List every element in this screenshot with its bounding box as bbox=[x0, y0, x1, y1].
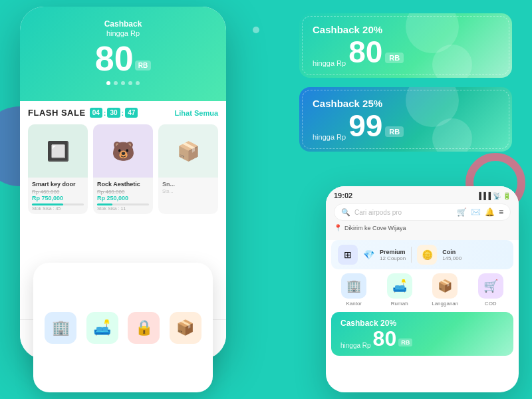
mail-icon[interactable]: ✉️ bbox=[471, 207, 481, 217]
menu-icon[interactable]: ≡ bbox=[499, 207, 503, 217]
product-name-2: Rock Aesthetic bbox=[97, 181, 149, 188]
cart-icon[interactable]: 🛒 bbox=[457, 207, 467, 217]
hingga-text: hingga Rp bbox=[31, 29, 215, 37]
product-info-2: Rock Aesthetic Rp 460.000 Rp 250,000 Sto… bbox=[93, 178, 153, 214]
product-card-1[interactable]: 🔲 Smart key door Rp 460.000 Rp 750,000 S… bbox=[28, 124, 88, 214]
grid-item-lock[interactable]: 🔒 bbox=[123, 312, 165, 344]
signal-icon: ▐▐▐ bbox=[477, 192, 491, 200]
timer-minutes: 30 bbox=[107, 108, 120, 118]
carousel-dots bbox=[31, 81, 215, 85]
search-icon: 🔍 bbox=[341, 208, 350, 217]
bg-dot-1 bbox=[253, 27, 259, 33]
cashback-card-1[interactable]: Cashback 20% hingga Rp 80 RB bbox=[299, 13, 512, 78]
dashed-border-2 bbox=[302, 90, 509, 149]
flash-sale-timer: 04 : 30 : 47 bbox=[90, 108, 138, 118]
product-orig-price-2: Rp 460.000 bbox=[97, 189, 149, 195]
product-card-3[interactable]: 📦 Sn... Sto... bbox=[158, 124, 218, 214]
phone-right: 19:02 ▐▐▐ 📡 🔋 🔍 Cari airpods pro 🛒 ✉️ 🔔 … bbox=[326, 186, 519, 392]
product-name-1: Smart key door bbox=[32, 181, 84, 188]
mini-label-kantor: Kantor bbox=[346, 301, 362, 307]
search-bar[interactable]: 🔍 Cari airpods pro 🛒 ✉️ 🔔 ≡ bbox=[334, 203, 511, 221]
grid-icon-lock: 🔒 bbox=[128, 312, 160, 344]
cashback-label: Cashback bbox=[104, 19, 142, 29]
flash-sale-label: FLASH SALE bbox=[28, 108, 86, 118]
pr-banner-rb: RB bbox=[398, 338, 412, 346]
amount-row: 80 RB bbox=[31, 41, 215, 76]
product-row: 🔲 Smart key door Rp 460.000 Rp 750,000 S… bbox=[28, 124, 218, 214]
phone-left-body: FLASH SALE 04 : 30 : 47 Lihat Semua 🔲 Sm… bbox=[20, 101, 226, 221]
cashback-card-2[interactable]: Cashback 25% hingga Rp 99 RB bbox=[299, 87, 512, 152]
stock-fill-2 bbox=[97, 203, 112, 205]
mini-icon-rumah: 🛋️ bbox=[387, 273, 412, 299]
product-img-1: 🔲 bbox=[28, 124, 88, 178]
coin-label: Coin bbox=[442, 249, 462, 255]
timer-seconds: 47 bbox=[125, 108, 138, 118]
stock-bar-2 bbox=[97, 203, 149, 205]
lihat-semua-link[interactable]: Lihat Semua bbox=[175, 109, 218, 117]
product-name-3: Sn... bbox=[162, 181, 214, 188]
dot-5 bbox=[136, 81, 140, 85]
mini-icon-langganan: 📦 bbox=[432, 273, 458, 299]
mini-icon-kantor: 🏢 bbox=[341, 273, 366, 299]
dashed-border-1 bbox=[302, 16, 509, 75]
stock-label-1: Stok Sisa : 45 bbox=[32, 206, 84, 211]
mini-item-cod[interactable]: 🛒 COD bbox=[468, 273, 514, 307]
search-placeholder: Cari airpods pro bbox=[354, 209, 453, 216]
grid-icon-sofa: 🛋️ bbox=[86, 312, 118, 344]
product-price-2: Rp 250,000 bbox=[97, 195, 149, 201]
premium-label: Premium bbox=[380, 249, 406, 255]
mini-label-rumah: Rumah bbox=[391, 301, 408, 307]
search-action-icons: 🛒 ✉️ 🔔 ≡ bbox=[457, 207, 503, 217]
flash-sale-row: FLASH SALE 04 : 30 : 47 Lihat Semua bbox=[28, 108, 218, 118]
coin-value: 145,000 bbox=[442, 255, 462, 261]
stock-label-3: Sto... bbox=[162, 189, 214, 194]
phone-right-top: 19:02 ▐▐▐ 📡 🔋 🔍 Cari airpods pro 🛒 ✉️ 🔔 … bbox=[326, 186, 519, 240]
location-icon: 📍 bbox=[334, 224, 342, 231]
cashback-cards-container: Cashback 20% hingga Rp 80 RB Cashback 25… bbox=[299, 13, 512, 152]
pr-banner-num: 80 bbox=[373, 328, 397, 349]
product-info-1: Smart key door Rp 460.000 Rp 750,000 Sto… bbox=[28, 178, 88, 214]
mini-item-rumah[interactable]: 🛋️ Rumah bbox=[377, 273, 423, 307]
prem-grid-icon: ⊞ bbox=[338, 245, 358, 265]
mini-icon-row: 🏢 Kantor 🛋️ Rumah 📦 Langganan 🛒 COD bbox=[326, 273, 519, 307]
grid-item-box[interactable]: 📦 bbox=[165, 312, 207, 344]
phone-right-banner: Cashback 20% hingga Rp 80 RB bbox=[331, 312, 513, 356]
coupon-count: 12 Coupon bbox=[380, 255, 406, 261]
dot-2 bbox=[114, 81, 118, 85]
grid-item-sofa[interactable]: 🛋️ bbox=[82, 312, 124, 344]
mini-item-langganan[interactable]: 📦 Langganan bbox=[422, 273, 468, 307]
timer-hours: 04 bbox=[90, 108, 102, 118]
coin-info: Coin 145,000 bbox=[442, 249, 462, 261]
gem-icon: 💎 bbox=[363, 249, 374, 260]
stock-fill-1 bbox=[32, 203, 63, 205]
mini-label-cod: COD bbox=[485, 301, 497, 307]
status-time: 19:02 bbox=[334, 192, 352, 200]
premium-strip[interactable]: ⊞ 💎 Premium 12 Coupon 🪙 Coin 145,000 bbox=[331, 240, 513, 269]
premium-info: Premium 12 Coupon bbox=[380, 249, 406, 261]
prem-divider bbox=[411, 247, 412, 263]
wifi-icon: 📡 bbox=[493, 192, 501, 200]
pr-banner-title: Cashback 20% bbox=[340, 319, 504, 328]
mini-icon-cod: 🛒 bbox=[478, 273, 503, 299]
battery-icon: 🔋 bbox=[503, 192, 511, 200]
grid-icon-box: 📦 bbox=[170, 312, 201, 344]
pr-banner-amount-row: hingga Rp 80 RB bbox=[340, 328, 504, 349]
cashback-amount: 80 bbox=[95, 41, 134, 76]
product-img-2: 🐻 bbox=[93, 124, 153, 178]
product-info-3: Sn... Sto... bbox=[158, 178, 218, 197]
status-bar: 19:02 ▐▐▐ 📡 🔋 bbox=[334, 192, 511, 200]
dot-4 bbox=[128, 81, 132, 85]
pr-banner-sub: hingga Rp bbox=[340, 342, 371, 349]
mini-label-langganan: Langganan bbox=[432, 301, 458, 307]
bell-icon[interactable]: 🔔 bbox=[485, 207, 495, 217]
rb-badge: RB bbox=[135, 61, 151, 70]
dot-1 bbox=[106, 81, 110, 85]
product-card-2[interactable]: 🐻 Rock Aesthetic Rp 460.000 Rp 250,000 S… bbox=[93, 124, 153, 214]
grid-item-kantor[interactable]: 🏢 bbox=[40, 312, 82, 344]
phone-left-header: Cashback hingga Rp 80 RB bbox=[20, 7, 226, 101]
delivery-row: 📍 Dikirim ke Cove Wijaya bbox=[334, 224, 511, 231]
dot-3 bbox=[121, 81, 125, 85]
product-orig-price-1: Rp 460.000 bbox=[32, 189, 84, 195]
mini-item-kantor[interactable]: 🏢 Kantor bbox=[331, 273, 377, 307]
delivery-text: Dikirim ke Cove Wijaya bbox=[344, 225, 406, 231]
